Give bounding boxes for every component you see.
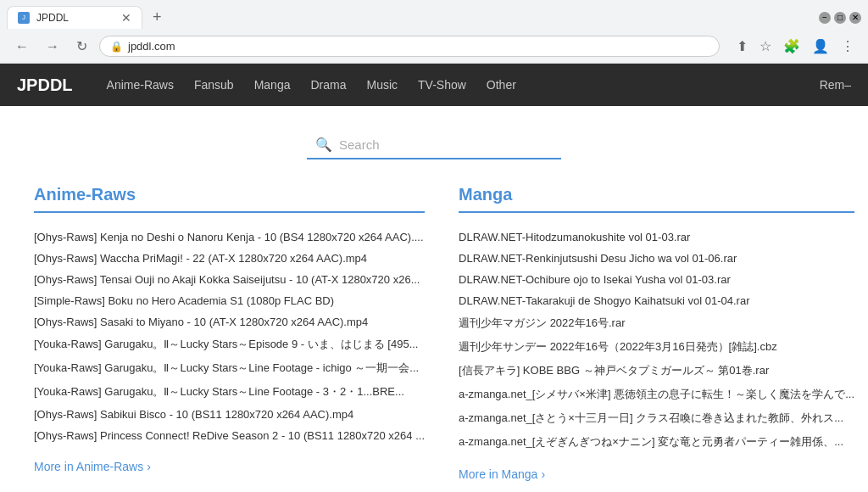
- tab-favicon: J: [18, 12, 30, 24]
- manga-column: Manga DLRAW.NET-Hitodzumanokushite vol 0…: [459, 185, 854, 481]
- chevron-right-icon: ›: [147, 460, 151, 473]
- site-nav: Anime-Raws Fansub Manga Drama Music TV-S…: [107, 64, 820, 105]
- address-bar: ← → ↻ 🔒 jpddl.com ⬆ ☆ 🧩 👤 ⋮: [0, 30, 868, 63]
- list-item[interactable]: DLRAW.NET-Hitodzumanokushite vol 01-03.r…: [459, 226, 854, 248]
- search-icon: 🔍: [315, 137, 332, 153]
- list-item[interactable]: 週刊少年マガジン 2022年16号.rar: [459, 311, 854, 335]
- list-item[interactable]: 週刊少年サンデー 2022年16号（2022年3月16日発売）[雑誌].cbz: [459, 335, 854, 359]
- url-text: jpddl.com: [128, 40, 175, 53]
- list-item[interactable]: [Youka-Raws] Garugaku。Ⅱ～Lucky Stars～Epis…: [34, 333, 425, 356]
- more-manga-link[interactable]: More in Manga ›: [459, 467, 854, 481]
- search-input[interactable]: [339, 137, 553, 152]
- site-header: JPDDL Anime-Raws Fansub Manga Drama Musi…: [0, 64, 868, 106]
- window-minimize-button[interactable]: −: [819, 12, 831, 24]
- list-item[interactable]: [Ohys-Raws] Tensai Ouji no Akaji Kokka S…: [34, 269, 425, 290]
- nav-right: Rem–: [820, 78, 851, 92]
- window-close-button[interactable]: ✕: [849, 12, 861, 24]
- tab-bar: J JPDDL ✕ + − □ ✕: [0, 0, 868, 30]
- list-item[interactable]: [Youka-Raws] Garugaku。Ⅱ～Lucky Stars～Line…: [34, 356, 425, 380]
- more-anime-raws-link[interactable]: More in Anime-Raws ›: [34, 460, 425, 473]
- nav-item-other[interactable]: Other: [487, 64, 516, 105]
- manga-title: Manga: [459, 185, 854, 204]
- back-button[interactable]: ←: [10, 37, 34, 56]
- browser-chrome: J JPDDL ✕ + − □ ✕ ← → ↻ 🔒 jpddl.com ⬆ ☆ …: [0, 0, 868, 64]
- menu-button[interactable]: ⋮: [837, 35, 858, 58]
- window-maximize-button[interactable]: □: [834, 12, 846, 24]
- browser-actions: ⬆ ☆ 🧩 👤 ⋮: [733, 35, 858, 58]
- nav-item-manga[interactable]: Manga: [254, 64, 291, 105]
- browser-tab[interactable]: J JPDDL ✕: [7, 6, 142, 29]
- list-item[interactable]: [Ohys-Raws] Princess Connect! ReDive Sea…: [34, 425, 425, 446]
- tab-close-icon[interactable]: ✕: [121, 12, 131, 24]
- anime-raws-divider: [34, 211, 425, 213]
- list-item[interactable]: a-zmanga.net_[えぞぎんぎつね×ナニン] 変な竜と元勇者パーティー雑…: [459, 430, 854, 454]
- list-item[interactable]: [Simple-Raws] Boku no Hero Academia S1 (…: [34, 290, 425, 311]
- list-item[interactable]: a-zmanga.net_[さとう×十三月一日] クラス召喚に巻き込まれた教師、…: [459, 406, 854, 430]
- site-logo[interactable]: JPDDL: [17, 75, 73, 95]
- list-item[interactable]: DLRAW.NET-Renkinjutsushi Desu Jicho wa v…: [459, 248, 854, 269]
- share-button[interactable]: ⬆: [733, 35, 751, 58]
- tab-title: JPDDL: [36, 12, 114, 24]
- more-anime-raws-label: More in Anime-Raws: [34, 460, 143, 473]
- url-bar[interactable]: 🔒 jpddl.com: [99, 36, 720, 57]
- more-manga-label: More in Manga: [459, 467, 537, 481]
- list-item[interactable]: [Youka-Raws] Garugaku。Ⅱ～Lucky Stars～Line…: [34, 380, 425, 404]
- search-box: 🔍: [307, 131, 561, 159]
- anime-raws-list: [Ohys-Raws] Kenja no Deshi o Nanoru Kenj…: [34, 226, 425, 446]
- nav-item-tvshow[interactable]: TV-Show: [418, 64, 466, 105]
- list-item[interactable]: DLRAW.NET-Ochibure ojo to Isekai Yusha v…: [459, 269, 854, 290]
- reload-button[interactable]: ↻: [71, 36, 92, 56]
- search-section: 🔍: [0, 106, 868, 176]
- chevron-right-icon: ›: [541, 467, 545, 481]
- manga-list: DLRAW.NET-Hitodzumanokushite vol 01-03.r…: [459, 226, 854, 454]
- forward-button[interactable]: →: [41, 37, 64, 56]
- list-item[interactable]: [Ohys-Raws] Sasaki to Miyano - 10 (AT-X …: [34, 311, 425, 333]
- nav-item-fansub[interactable]: Fansub: [194, 64, 234, 105]
- nav-item-anime-raws[interactable]: Anime-Raws: [107, 64, 174, 105]
- list-item[interactable]: [信長アキラ] KOBE BBG ～神戸ベタプミガールズ～ 第01巻.rar: [459, 359, 854, 383]
- profile-button[interactable]: 👤: [809, 35, 832, 58]
- anime-raws-column: Anime-Raws [Ohys-Raws] Kenja no Deshi o …: [34, 185, 425, 481]
- list-item[interactable]: [Ohys-Raws] Kenja no Deshi o Nanoru Kenj…: [34, 226, 425, 248]
- list-item[interactable]: [Ohys-Raws] Sabikui Bisco - 10 (BS11 128…: [34, 404, 425, 425]
- nav-item-drama[interactable]: Drama: [310, 64, 346, 105]
- main-content: Anime-Raws [Ohys-Raws] Kenja no Deshi o …: [0, 176, 868, 492]
- manga-divider: [459, 211, 854, 213]
- window-controls: − □ ✕: [819, 12, 861, 24]
- list-item[interactable]: DLRAW.NET-Takarakuji de Shogyo Kaihatsuk…: [459, 290, 854, 311]
- extensions-button[interactable]: 🧩: [780, 35, 804, 58]
- list-item[interactable]: a-zmanga.net_[シメサバ×米津] 悪徳領主の息子に転生！～楽しく魔法…: [459, 383, 854, 406]
- new-tab-button[interactable]: +: [146, 5, 169, 30]
- nav-item-music[interactable]: Music: [366, 64, 398, 105]
- anime-raws-title: Anime-Raws: [34, 185, 425, 204]
- lock-icon: 🔒: [110, 41, 123, 53]
- bookmark-button[interactable]: ☆: [756, 35, 775, 58]
- list-item[interactable]: [Ohys-Raws] Waccha PriMagi! - 22 (AT-X 1…: [34, 248, 425, 269]
